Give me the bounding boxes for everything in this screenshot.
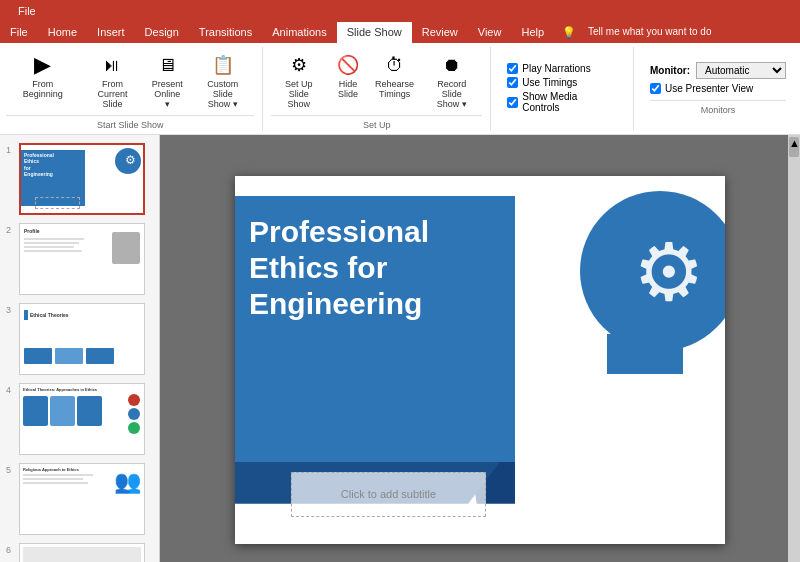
thumb4-item2: [50, 396, 75, 426]
from-beginning-label: From Beginning: [11, 80, 74, 100]
vertical-scrollbar[interactable]: ▲: [788, 135, 800, 562]
slide-num-1: 1: [6, 143, 16, 155]
thumb3-title-text: Ethical Theories: [30, 312, 69, 318]
slide-num-2: 2: [6, 223, 16, 235]
thumb2-line4: [24, 250, 82, 252]
thumb4-circles: [128, 394, 140, 434]
play-narrations-check[interactable]: Play Narrations: [507, 63, 617, 74]
scroll-up-button[interactable]: ▲: [789, 137, 799, 157]
slide-thumb-5[interactable]: 5 Religious Approach to Ethics 👥: [4, 461, 155, 537]
monitor-label: Monitor:: [650, 65, 690, 76]
thumb3-bar-icon: [24, 310, 28, 320]
play-narrations-checkbox[interactable]: [507, 63, 518, 74]
setup-group: ⚙ Set UpSlide Show 🚫 HideSlide ⏱ Rehears…: [271, 47, 482, 130]
show-media-controls-checkbox[interactable]: [507, 97, 518, 108]
monitors-group-label: Monitors: [650, 100, 786, 115]
tab-animations[interactable]: Animations: [262, 22, 336, 43]
thumb6-content-area: [23, 547, 141, 562]
custom-slide-show-button[interactable]: 📋 Custom SlideShow ▾: [191, 47, 254, 113]
slide-thumb-4[interactable]: 4 Ethical Theories: Approaches in Ethics: [4, 381, 155, 457]
start-slide-show-group-label: Start Slide Show: [6, 115, 254, 130]
tab-view[interactable]: View: [468, 22, 512, 43]
record-slide-show-icon: ⏺: [437, 50, 467, 80]
ribbon-tabs: File Home Insert Design Transitions Anim…: [0, 22, 800, 43]
file-menu-tab[interactable]: File: [8, 3, 46, 19]
show-media-controls-check[interactable]: Show Media Controls: [507, 91, 617, 113]
use-timings-check[interactable]: Use Timings: [507, 77, 617, 88]
hide-slide-icon: 🚫: [333, 50, 363, 80]
thumb3-box1: [24, 348, 52, 364]
setup-slide-show-icon: ⚙: [284, 50, 314, 80]
start-slide-show-group: ▶ From Beginning ⏯ FromCurrent Slide 🖥 P…: [6, 47, 254, 130]
setup-slide-show-label: Set UpSlide Show: [276, 80, 321, 110]
thumb3-title-area: Ethical Theories: [24, 310, 69, 320]
custom-slide-show-icon: 📋: [208, 50, 238, 80]
present-online-label: PresentOnline ▾: [151, 80, 184, 110]
presenter-view-label: Use Presenter View: [665, 83, 753, 94]
use-timings-checkbox[interactable]: [507, 77, 518, 88]
tell-me-input-area[interactable]: Tell me what you want to do: [584, 22, 715, 43]
thumb1-title: ProfessionalEthicsforEngineering: [24, 152, 54, 178]
from-beginning-icon: ▶: [28, 50, 58, 80]
thumb5-people-icon: 👥: [114, 469, 141, 495]
slide-thumb-1[interactable]: 1 ProfessionalEthicsforEngineering ⚙: [4, 141, 155, 217]
slide-thumb-3[interactable]: 3 Ethical Theories: [4, 301, 155, 377]
tab-home[interactable]: Home: [38, 22, 87, 43]
presenter-view-check[interactable]: Use Presenter View: [650, 83, 786, 94]
slide-gear-icon: ⚙: [633, 226, 705, 319]
presenter-view-checkbox[interactable]: [650, 83, 661, 94]
tab-file[interactable]: File: [0, 22, 38, 43]
thumb4-item3: [77, 396, 102, 426]
hide-slide-button[interactable]: 🚫 HideSlide: [328, 47, 368, 113]
slide-num-6: 6: [6, 543, 16, 555]
monitor-row: Monitor: Automatic: [650, 62, 786, 79]
setup-buttons: ⚙ Set UpSlide Show 🚫 HideSlide ⏱ Rehears…: [271, 47, 482, 113]
monitor-select[interactable]: Automatic: [696, 62, 786, 79]
slide-subtitle-placeholder: Click to add subtitle: [341, 488, 436, 500]
lightbulb-icon: 💡: [554, 22, 584, 43]
thumb4-circle-red: [128, 394, 140, 406]
slides-panel: 1 ProfessionalEthicsforEngineering ⚙ 2 P…: [0, 135, 160, 562]
tab-slide-show[interactable]: Slide Show: [337, 22, 412, 43]
captions-group: Play Narrations Use Timings Show Media C…: [499, 47, 625, 130]
present-online-button[interactable]: 🖥 PresentOnline ▾: [146, 47, 189, 113]
thumb2-line1: [24, 238, 84, 240]
slide-num-5: 5: [6, 463, 16, 475]
tab-insert[interactable]: Insert: [87, 22, 135, 43]
slide-num-3: 3: [6, 303, 16, 315]
tab-help[interactable]: Help: [511, 22, 554, 43]
from-current-label: FromCurrent Slide: [86, 80, 138, 110]
from-current-slide-button[interactable]: ⏯ FromCurrent Slide: [81, 47, 143, 113]
from-beginning-button[interactable]: ▶ From Beginning: [6, 47, 79, 113]
thumb1-gear-icon: ⚙: [125, 153, 136, 167]
rehearse-timings-button[interactable]: ⏱ RehearseTimings: [370, 47, 419, 113]
custom-slide-show-label: Custom SlideShow ▾: [196, 80, 249, 110]
from-current-icon: ⏯: [97, 50, 127, 80]
slide-thumb-6[interactable]: 6 Religious Approach to Ethics: [4, 541, 155, 562]
rehearse-timings-label: RehearseTimings: [375, 80, 414, 100]
setup-slide-show-button[interactable]: ⚙ Set UpSlide Show: [271, 47, 326, 113]
tab-review[interactable]: Review: [412, 22, 468, 43]
group-divider-2: [490, 47, 491, 130]
tab-transitions[interactable]: Transitions: [189, 22, 262, 43]
present-online-icon: 🖥: [152, 50, 182, 80]
slide-thumb-img-3: Ethical Theories: [19, 303, 145, 375]
tab-design[interactable]: Design: [135, 22, 189, 43]
slide-thumb-img-1: ProfessionalEthicsforEngineering ⚙: [19, 143, 145, 215]
slide-subtitle-box[interactable]: Click to add subtitle: [291, 472, 486, 517]
show-media-controls-label: Show Media Controls: [522, 91, 617, 113]
slide-num-4: 4: [6, 383, 16, 395]
thumb1-subtitle-box: [35, 197, 80, 209]
slide-thumb-2[interactable]: 2 Profile: [4, 221, 155, 297]
play-narrations-label: Play Narrations: [522, 63, 590, 74]
thumb2-line3: [24, 246, 74, 248]
slide-canvas[interactable]: Professional Ethics for Engineering Clic…: [235, 176, 725, 544]
group-divider-3: [633, 47, 634, 130]
slide-main-title[interactable]: Professional Ethics for Engineering: [249, 214, 504, 322]
canvas-area: ▲ Professional Ethics for Engineering Cl…: [160, 135, 800, 562]
use-timings-label: Use Timings: [522, 77, 577, 88]
record-slide-show-button[interactable]: ⏺ Record SlideShow ▾: [421, 47, 482, 113]
slide-thumb-img-5: Religious Approach to Ethics 👥: [19, 463, 145, 535]
slide-thumb-img-2: Profile: [19, 223, 145, 295]
title-bar: File: [0, 0, 800, 22]
